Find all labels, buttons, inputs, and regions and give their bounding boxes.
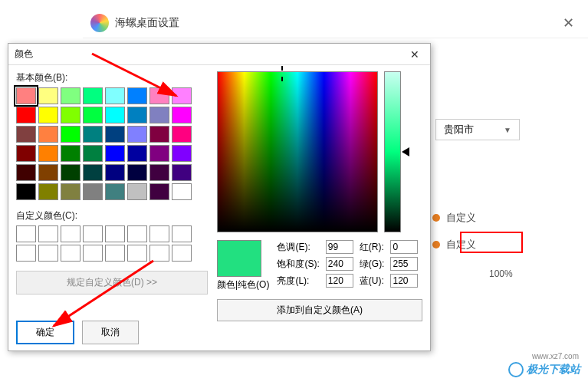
add-custom-color-button[interactable]: 添加到自定义颜色(A)	[217, 299, 422, 321]
basic-color-swatch[interactable]	[105, 126, 125, 143]
annotation-highlight-box	[460, 232, 523, 253]
basic-color-swatch[interactable]	[61, 164, 80, 181]
color-dot-orange[interactable]	[432, 241, 440, 248]
color-dialog-title: 颜色	[15, 48, 33, 61]
luminance-slider[interactable]	[384, 71, 401, 232]
watermark-text: 极光下载站	[527, 363, 580, 377]
basic-color-swatch[interactable]	[127, 145, 147, 162]
watermark: 极光下载站	[508, 362, 580, 377]
custom-color-swatch[interactable]	[105, 225, 125, 242]
basic-color-swatch[interactable]	[172, 126, 192, 143]
basic-color-swatch[interactable]	[149, 107, 169, 123]
custom-color-swatch[interactable]	[16, 225, 36, 242]
blue-input[interactable]	[390, 274, 418, 288]
custom-color-swatch[interactable]	[127, 225, 147, 242]
green-label: 绿(G):	[360, 258, 385, 271]
sat-label: 饱和度(S):	[277, 258, 319, 271]
custom-color-swatch[interactable]	[149, 245, 169, 262]
custom-color-swatch[interactable]	[127, 245, 147, 262]
luminance-arrow-icon	[402, 147, 409, 156]
color-preview-box	[217, 240, 261, 277]
basic-color-swatch[interactable]	[83, 145, 103, 162]
basic-color-swatch[interactable]	[149, 183, 169, 200]
basic-color-swatch[interactable]	[38, 183, 58, 200]
blue-label: 蓝(U):	[360, 275, 385, 288]
basic-color-swatch[interactable]	[172, 87, 192, 104]
custom-color-swatch[interactable]	[83, 245, 103, 262]
basic-color-swatch[interactable]	[127, 107, 147, 123]
basic-color-swatch[interactable]	[172, 164, 192, 181]
basic-color-swatch[interactable]	[149, 164, 169, 181]
basic-color-swatch[interactable]	[83, 107, 103, 123]
watermark-logo-icon	[508, 362, 524, 377]
custom-color-swatch[interactable]	[61, 245, 80, 262]
settings-title: 海螺桌面设置	[115, 16, 179, 30]
custom-color-swatch[interactable]	[105, 245, 125, 262]
custom-color-swatch[interactable]	[61, 225, 80, 242]
basic-color-swatch[interactable]	[38, 145, 58, 162]
basic-colors-label: 基本颜色(B):	[16, 71, 208, 84]
basic-color-swatch[interactable]	[127, 87, 147, 104]
basic-color-swatch[interactable]	[38, 126, 58, 143]
basic-color-swatch[interactable]	[38, 164, 58, 181]
basic-color-swatch[interactable]	[105, 107, 125, 123]
city-dropdown[interactable]: 贵阳市 ▼	[435, 119, 520, 140]
custom-color-swatch[interactable]	[172, 225, 192, 242]
basic-color-swatch[interactable]	[38, 87, 58, 104]
basic-color-swatch[interactable]	[83, 126, 103, 143]
basic-color-swatch[interactable]	[127, 183, 147, 200]
custom-color-swatch[interactable]	[149, 225, 169, 242]
color-gradient-picker[interactable]	[217, 71, 378, 232]
basic-color-swatch[interactable]	[105, 183, 125, 200]
color-dot-orange[interactable]	[432, 214, 440, 222]
custom-color-swatch[interactable]	[38, 245, 58, 262]
hue-input[interactable]	[326, 240, 353, 254]
lum-input[interactable]	[326, 274, 353, 288]
custom-colors-label: 自定义颜色(C):	[16, 209, 208, 222]
basic-color-swatch[interactable]	[16, 145, 36, 162]
basic-color-swatch[interactable]	[127, 164, 147, 181]
basic-color-swatch[interactable]	[105, 164, 125, 181]
custom-color-swatch[interactable]	[172, 245, 192, 262]
custom-color-label: 自定义	[446, 211, 476, 225]
basic-color-swatch[interactable]	[105, 87, 125, 104]
basic-color-swatch[interactable]	[105, 145, 125, 162]
basic-color-swatch[interactable]	[16, 183, 36, 200]
basic-color-swatch[interactable]	[61, 87, 80, 104]
custom-color-swatch[interactable]	[38, 225, 58, 242]
color-dialog-close-button[interactable]: ✕	[406, 48, 424, 61]
basic-color-swatch[interactable]	[83, 164, 103, 181]
watermark-url: www.xz7.com	[532, 352, 579, 360]
basic-color-swatch[interactable]	[83, 87, 103, 104]
basic-color-swatch[interactable]	[61, 107, 80, 123]
custom-color-swatch[interactable]	[16, 245, 36, 262]
basic-color-swatch[interactable]	[172, 183, 192, 200]
basic-color-swatch[interactable]	[172, 145, 192, 162]
basic-color-swatch[interactable]	[172, 107, 192, 123]
basic-color-swatch[interactable]	[149, 87, 169, 104]
basic-color-swatch[interactable]	[127, 126, 147, 143]
app-logo-icon	[90, 14, 109, 32]
hue-label: 色调(E):	[277, 241, 319, 254]
basic-color-swatch[interactable]	[16, 164, 36, 181]
basic-color-swatch[interactable]	[16, 126, 36, 143]
sat-input[interactable]	[326, 257, 353, 271]
basic-color-swatch[interactable]	[61, 126, 80, 143]
basic-color-swatch[interactable]	[61, 183, 80, 200]
custom-color-swatch[interactable]	[83, 225, 103, 242]
settings-close-button[interactable]: ✕	[557, 15, 580, 31]
percent-label: 100%	[489, 268, 513, 279]
ok-button[interactable]: 确定	[16, 321, 74, 344]
basic-color-swatch[interactable]	[16, 107, 36, 123]
basic-color-swatch[interactable]	[149, 145, 169, 162]
red-input[interactable]	[390, 240, 418, 254]
define-custom-button[interactable]: 规定自定义颜色(D) >>	[16, 271, 208, 295]
chevron-down-icon: ▼	[504, 126, 511, 134]
cancel-button[interactable]: 取消	[82, 321, 139, 344]
basic-color-swatch[interactable]	[38, 107, 58, 123]
basic-color-swatch[interactable]	[16, 87, 36, 104]
basic-color-swatch[interactable]	[83, 183, 103, 200]
basic-color-swatch[interactable]	[149, 126, 169, 143]
green-input[interactable]	[390, 257, 418, 271]
basic-color-swatch[interactable]	[61, 145, 80, 162]
